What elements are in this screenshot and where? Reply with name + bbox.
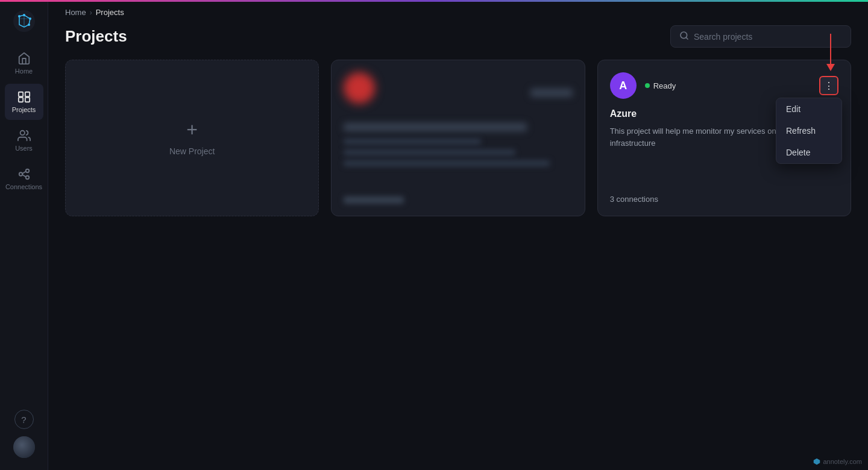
search-icon bbox=[679, 31, 689, 42]
three-dot-container: ⋮ Edit Refresh Delete bbox=[819, 76, 838, 95]
search-input[interactable] bbox=[694, 32, 842, 42]
home-icon bbox=[17, 52, 31, 65]
breadcrumb-separator: › bbox=[90, 8, 92, 17]
context-menu-item-edit[interactable]: Edit bbox=[776, 98, 841, 120]
projects-icon bbox=[17, 90, 31, 104]
sidebar: Home Projects bbox=[0, 2, 48, 470]
sidebar-item-connections[interactable]: Connections bbox=[5, 161, 43, 197]
sidebar-bottom: ? bbox=[13, 410, 35, 463]
blurred-line-2 bbox=[344, 149, 515, 155]
app-logo[interactable] bbox=[12, 9, 36, 33]
sidebar-item-home[interactable]: Home bbox=[5, 45, 43, 81]
users-icon bbox=[17, 129, 31, 142]
azure-avatar: A bbox=[610, 72, 637, 99]
azure-project-card: A Ready ⋮ bbox=[597, 60, 851, 216]
breadcrumb: Home › Projects bbox=[48, 2, 868, 23]
blurred-tag-1 bbox=[344, 196, 404, 204]
context-menu: Edit Refresh Delete bbox=[776, 98, 842, 164]
azure-card-left: A Ready bbox=[610, 72, 676, 99]
sidebar-item-users[interactable]: Users bbox=[5, 122, 43, 158]
blurred-project-name bbox=[530, 89, 573, 97]
svg-rect-7 bbox=[18, 98, 22, 102]
three-dot-menu-button[interactable]: ⋮ bbox=[819, 76, 838, 95]
svg-marker-17 bbox=[814, 459, 820, 465]
blurred-card-header bbox=[344, 72, 572, 113]
svg-point-2 bbox=[29, 17, 31, 20]
azure-status: Ready bbox=[645, 81, 676, 90]
blurred-line-3 bbox=[344, 160, 549, 166]
svg-point-4 bbox=[18, 15, 20, 17]
new-project-label: New Project bbox=[169, 146, 215, 156]
svg-point-12 bbox=[25, 176, 29, 180]
svg-point-11 bbox=[25, 169, 29, 173]
azure-card-connections: 3 connections bbox=[610, 195, 658, 204]
svg-rect-8 bbox=[25, 98, 29, 102]
sidebar-item-projects[interactable]: Projects bbox=[5, 84, 43, 120]
blurred-line-1 bbox=[344, 139, 481, 145]
context-menu-item-refresh[interactable]: Refresh bbox=[776, 120, 841, 142]
page-title: Projects bbox=[65, 27, 127, 46]
status-dot-ready bbox=[645, 83, 650, 88]
svg-line-14 bbox=[22, 175, 26, 177]
search-box[interactable] bbox=[670, 25, 851, 48]
svg-line-16 bbox=[686, 37, 688, 39]
blurred-title-1 bbox=[344, 123, 526, 131]
svg-line-13 bbox=[22, 171, 26, 174]
svg-point-9 bbox=[20, 131, 24, 135]
sidebar-users-label: Users bbox=[15, 145, 33, 152]
arrow-head bbox=[826, 64, 835, 71]
svg-rect-6 bbox=[25, 92, 29, 96]
svg-point-10 bbox=[19, 172, 22, 176]
help-button[interactable]: ? bbox=[14, 410, 34, 429]
breadcrumb-home[interactable]: Home bbox=[65, 8, 86, 17]
sidebar-home-label: Home bbox=[15, 67, 33, 75]
projects-grid: + New Project bbox=[48, 60, 868, 216]
watermark: annotely.com bbox=[813, 458, 862, 465]
plus-icon: + bbox=[186, 120, 198, 139]
azure-card-header: A Ready ⋮ bbox=[610, 72, 838, 99]
new-project-card[interactable]: + New Project bbox=[65, 60, 319, 216]
svg-point-3 bbox=[28, 24, 30, 26]
svg-rect-5 bbox=[18, 92, 22, 96]
breadcrumb-current: Projects bbox=[96, 8, 124, 17]
sidebar-connections-label: Connections bbox=[5, 183, 42, 190]
sidebar-nav: Home Projects bbox=[5, 45, 43, 410]
main-content: Home › Projects Projects + New bbox=[48, 2, 868, 470]
blurred-avatar-red bbox=[344, 72, 375, 104]
project-card-blurred-1 bbox=[331, 60, 585, 216]
status-label: Ready bbox=[653, 81, 676, 90]
user-avatar-sidebar[interactable] bbox=[13, 436, 35, 458]
svg-point-1 bbox=[23, 14, 25, 16]
avatar-image bbox=[13, 436, 35, 458]
connections-icon bbox=[17, 168, 31, 181]
sidebar-projects-label: Projects bbox=[12, 106, 36, 113]
page-header: Projects bbox=[48, 23, 868, 60]
context-menu-item-delete[interactable]: Delete bbox=[776, 142, 841, 163]
